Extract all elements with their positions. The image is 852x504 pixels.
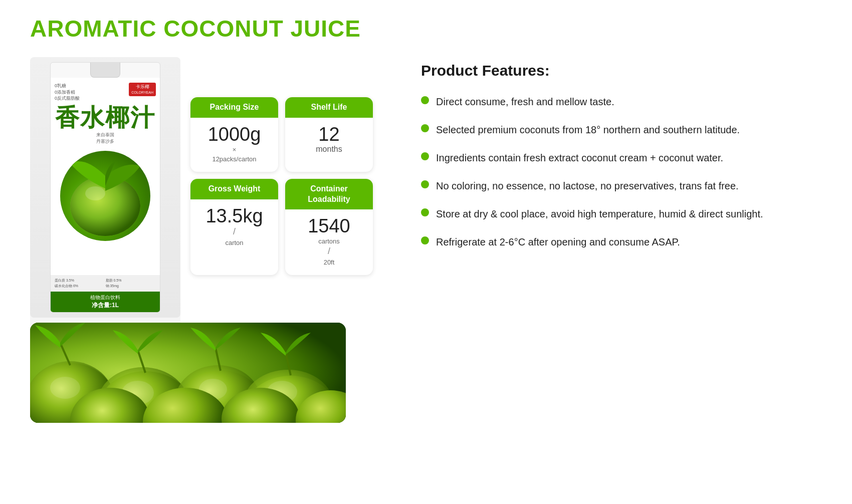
brand-badge-en: COLORYEAH <box>131 90 153 95</box>
brand-description: 0乳糖 0添加香精 0反式脂肪酸 <box>55 83 80 102</box>
svg-point-2 <box>85 186 105 200</box>
package-wrapper: 0乳糖 0添加香精 0反式脂肪酸 卡乐椰 COLORYEAH <box>50 62 160 313</box>
nutrition-table-small: 蛋白质 3.5% 脂肪 0.5% 碳水化合物 6% 钠 35mg <box>55 278 156 289</box>
coconut-photo-svg <box>30 323 346 423</box>
product-package: 0乳糖 0添加香精 0反式脂肪酸 卡乐椰 COLORYEAH <box>30 57 180 338</box>
features-title: Product Features: <box>421 62 822 79</box>
packing-size-value: 1000g <box>195 125 273 144</box>
shelf-life-unit: months <box>290 145 368 154</box>
package-bottom-info: 蛋白质 3.5% 脂肪 0.5% 碳水化合物 6% 钠 35mg <box>51 275 160 292</box>
feature-item-3: Ingredients contain fresh extract coconu… <box>421 150 822 165</box>
product-subtitle-cn: 植物蛋白饮料 <box>90 295 120 300</box>
net-weight-cn: 净含量:1L <box>92 302 119 309</box>
container-loadability-value: 1540 <box>290 216 368 235</box>
coconut-photo-section <box>30 323 346 423</box>
container-loadability-slash: / <box>290 246 368 257</box>
nutrition-item: 脂肪 0.5% <box>106 278 156 283</box>
feature-item-2: Selected premium coconuts from 18° north… <box>421 122 822 137</box>
product-top-row: 0乳糖 0添加香精 0反式脂肪酸 卡乐椰 COLORYEAH <box>30 57 391 338</box>
gross-weight-sub2: carton <box>195 239 273 246</box>
feature-bullet-2 <box>421 124 429 132</box>
package-cap <box>90 63 120 78</box>
page-container: AROMATIC COCONUT JUICE <box>0 0 852 504</box>
container-loadability-sub2: 20ft <box>290 259 368 266</box>
feature-bullet-6 <box>421 236 429 244</box>
gross-weight-header: Gross Weight <box>190 179 278 199</box>
page-title: AROMATIC COCONUT JUICE <box>30 15 822 42</box>
packing-size-header: Packing Size <box>190 97 278 118</box>
package-footer-bar: 植物蛋白饮料 净含量:1L <box>51 292 160 312</box>
packing-size-body: 1000g × 12packs/carton <box>190 118 278 172</box>
feature-bullet-5 <box>421 208 429 216</box>
product-name-cn: 香水椰汁 <box>55 106 155 130</box>
container-loadability-body: 1540 cartons / 20ft <box>285 209 373 275</box>
container-loadability-card: Container Loadability 1540 cartons / 20f… <box>285 179 373 276</box>
packing-size-sub1: × <box>195 146 273 153</box>
svg-point-6 <box>50 377 80 399</box>
shelf-life-header: Shelf Life <box>285 97 373 118</box>
brand-header: 0乳糖 0添加香精 0反式脂肪酸 卡乐椰 COLORYEAH <box>55 83 156 102</box>
feature-text-4: No coloring, no essence, no lactose, no … <box>436 178 739 193</box>
nutrition-item: 碳水化合物 6% <box>55 284 105 289</box>
packing-size-card: Packing Size 1000g × 12packs/carton <box>190 97 278 172</box>
left-panel: 0乳糖 0添加香精 0反式脂肪酸 卡乐椰 COLORYEAH <box>30 57 391 423</box>
product-sub-cn: 来自泰国 丹塞沙多 <box>96 132 114 145</box>
shelf-life-value: 12 <box>290 125 368 144</box>
origin-cn2: 丹塞沙多 <box>96 138 114 145</box>
right-panel: Product Features: Direct consume, fresh … <box>421 57 822 263</box>
package-coconut-illustration <box>60 151 150 241</box>
brand-badge-cn: 卡乐椰 <box>131 84 153 90</box>
feature-text-5: Store at dry & cool place, avoid high te… <box>436 206 763 221</box>
nutrition-item: 蛋白质 3.5% <box>55 278 105 283</box>
container-loadability-header-text: Container Loadability <box>308 184 350 203</box>
feature-text-3: Ingredients contain fresh extract coconu… <box>436 150 723 165</box>
brand-desc-line2: 0添加香精 <box>55 89 80 96</box>
feature-item-6: Refrigerate at 2-6°C after opening and c… <box>421 234 822 249</box>
brand-badge: 卡乐椰 COLORYEAH <box>129 83 156 96</box>
feature-list: Direct consume, fresh and mellow taste. … <box>421 94 822 249</box>
packing-size-sub2: 12packs/carton <box>195 155 273 163</box>
feature-item-1: Direct consume, fresh and mellow taste. <box>421 94 822 109</box>
feature-item-4: No coloring, no essence, no lactose, no … <box>421 178 822 193</box>
feature-item-5: Store at dry & cool place, avoid high te… <box>421 206 822 221</box>
product-and-coconut: 0乳糖 0添加香精 0反式脂肪酸 卡乐椰 COLORYEAH <box>30 57 391 423</box>
feature-text-1: Direct consume, fresh and mellow taste. <box>436 94 614 109</box>
shelf-life-card: Shelf Life 12 months <box>285 97 373 172</box>
shelf-life-body: 12 months <box>285 118 373 163</box>
container-loadability-sub1: cartons <box>290 237 368 245</box>
origin-cn: 来自泰国 <box>96 132 114 138</box>
gross-weight-value: 13.5kg <box>195 206 273 225</box>
brand-desc-line1: 0乳糖 <box>55 83 80 89</box>
nutrition-item: 钠 35mg <box>106 284 156 289</box>
package-body: 0乳糖 0添加香精 0反式脂肪酸 卡乐椰 COLORYEAH <box>51 78 160 275</box>
feature-bullet-4 <box>421 180 429 188</box>
container-loadability-header: Container Loadability <box>285 179 373 210</box>
brand-desc-line3: 0反式脂肪酸 <box>55 95 80 102</box>
feature-text-2: Selected premium coconuts from 18° north… <box>436 122 740 137</box>
info-cards-grid: Packing Size 1000g × 12packs/carton Shel… <box>190 57 373 275</box>
gross-weight-card: Gross Weight 13.5kg / carton <box>190 179 278 276</box>
main-content: 0乳糖 0添加香精 0反式脂肪酸 卡乐椰 COLORYEAH <box>30 57 822 489</box>
feature-text-6: Refrigerate at 2-6°C after opening and c… <box>436 234 680 249</box>
gross-weight-body: 13.5kg / carton <box>190 199 278 256</box>
gross-weight-slash: / <box>195 226 273 237</box>
feature-bullet-3 <box>421 152 429 160</box>
feature-bullet-1 <box>421 96 429 104</box>
coconut-background <box>30 323 346 423</box>
